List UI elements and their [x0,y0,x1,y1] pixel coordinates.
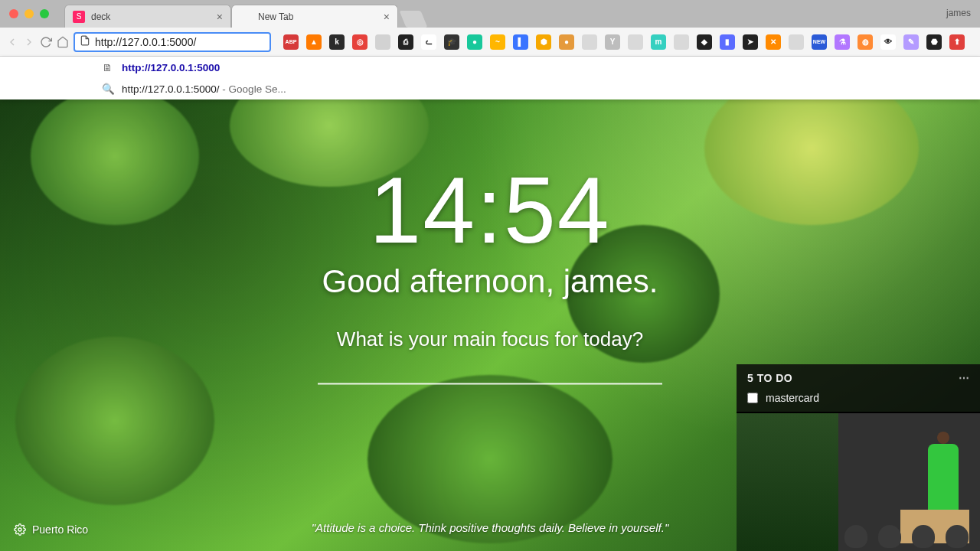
presentation-slide [737,413,838,551]
extension-grad[interactable]: 🎓 [444,34,459,50]
tab-favicon: S [73,11,85,23]
extension-new[interactable]: NEW [812,34,827,50]
close-tab-icon[interactable]: × [217,11,223,23]
address-bar[interactable] [74,32,271,52]
extension-x-orange[interactable]: ✕ [766,34,781,50]
omnibox-dropdown: 🗎 http://127.0.0.1:5000 🔍 http://127.0.0… [0,57,980,99]
todo-widget: 5 TO DO ⋯ mastercard [737,364,980,412]
settings-icon[interactable] [14,523,26,536]
todo-title: 5 TO DO [747,372,792,384]
greeting: Good afternoon, james. [147,263,833,300]
extension-icons: ABP▲k◎⎙ᓚ🎓●~▌⬢●Ym◆▮➤✕NEW⚗◍👁✎⬣⬆ [283,34,965,50]
svg-point-0 [18,528,21,531]
daily-quote: "Attitude is a choice. Think positive th… [147,521,833,534]
extension-mask[interactable]: ⬣ [926,34,942,50]
extension-teal-dot[interactable]: ● [467,34,482,50]
extension-y[interactable]: Y [605,34,620,50]
extension-honey[interactable]: ⬢ [536,34,551,50]
home-button[interactable] [57,33,69,51]
extension-m-circle[interactable]: m [651,34,666,50]
omnibox-suggestion-url[interactable]: 🗎 http://127.0.0.1:5000 [0,57,980,78]
clock: 14:54 [147,164,833,257]
new-tab-content: 14:54 Good afternoon, james. What is you… [0,57,980,551]
forward-button[interactable] [23,33,35,51]
extension-ghost1[interactable] [582,34,597,50]
extension-feather[interactable]: ✎ [903,34,919,50]
extension-ghost2[interactable] [628,34,643,50]
stage [838,413,981,551]
extension-red-up[interactable]: ⬆ [949,34,965,50]
extension-wave[interactable]: ~ [490,34,505,50]
tab-strip: S deck × New Tab × james [0,0,980,28]
location-text: Puerto Rico [32,523,88,536]
photo-location[interactable]: Puerto Rico [14,523,88,536]
minimize-window-button[interactable] [24,9,34,18]
new-tab-button[interactable] [400,11,428,28]
extension-eye[interactable]: 👁 [880,34,896,50]
close-tab-icon[interactable]: × [384,11,390,23]
extension-ghost3[interactable] [674,34,689,50]
extension-ghost4[interactable] [789,34,804,50]
window-controls [0,0,58,28]
todo-checkbox[interactable] [747,393,758,403]
tab-new-tab[interactable]: New Tab × [231,5,398,28]
search-icon: 🔍 [102,83,114,95]
omnibox-suggestion-text: http://127.0.0.1:5000 [122,62,220,73]
chrome-menu-button[interactable]: ⋮ [969,34,980,51]
momentum-center: 14:54 Good afternoon, james. What is you… [147,164,833,385]
tabs-container: S deck × New Tab × [64,0,424,28]
reload-button[interactable] [40,33,52,51]
focus-prompt: What is your main focus for today? [147,328,833,351]
extension-adblock[interactable]: ABP [283,34,299,50]
focus-input[interactable] [318,383,662,385]
tab-title: New Tab [258,11,293,22]
site-info-icon[interactable] [80,35,90,48]
webcam-overlay [737,412,980,551]
audience [844,525,969,548]
tab-deck[interactable]: S deck × [64,5,231,28]
speaker [928,444,959,513]
toolbar: ABP▲k◎⎙ᓚ🎓●~▌⬢●Ym◆▮➤✕NEW⚗◍👁✎⬣⬆ ⋮ [0,28,980,57]
profile-name[interactable]: james [946,8,971,18]
extension-gray1[interactable] [375,34,390,50]
tab-title: deck [91,11,110,22]
omnibox-search-suffix: - Google Se... [220,83,286,95]
omnibox-suggestion-search[interactable]: 🔍 http://127.0.0.1:5000/ - Google Se... [0,78,980,99]
extension-cookie[interactable]: ● [559,34,574,50]
extension-k-ext[interactable]: k [329,34,345,50]
extension-badge[interactable]: ▌ [513,34,528,50]
todo-item[interactable]: mastercard [737,389,980,412]
extension-send[interactable]: ➤ [743,34,758,50]
extension-noscript[interactable]: ◎ [352,34,368,50]
address-input[interactable] [95,36,265,48]
extension-planet[interactable]: ◍ [858,34,873,50]
omnibox-search-text: http://127.0.0.1:5000/ [122,83,220,95]
extension-flame[interactable]: ▲ [306,34,322,50]
back-button[interactable] [6,33,18,51]
todo-item-label: mastercard [766,392,819,404]
close-window-button[interactable] [9,9,18,18]
extension-print[interactable]: ⎙ [398,34,413,50]
tab-favicon [240,11,252,23]
fullscreen-window-button[interactable] [40,9,49,18]
page-icon: 🗎 [102,62,114,73]
extension-cat[interactable]: ᓚ [421,34,436,50]
extension-stack[interactable]: ◆ [697,34,712,50]
extension-flask[interactable]: ⚗ [835,34,850,50]
extension-col[interactable]: ▮ [720,34,735,50]
todo-menu-button[interactable]: ⋯ [959,372,970,384]
